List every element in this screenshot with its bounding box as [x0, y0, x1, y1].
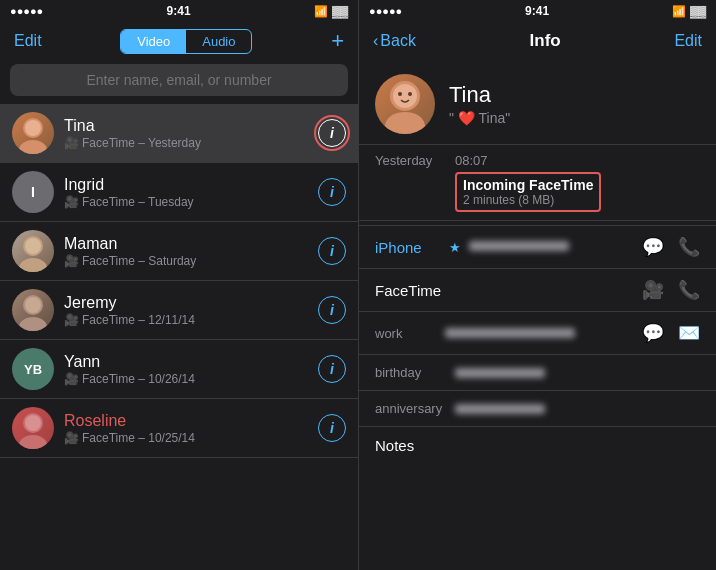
iphone-action-icons: 💬 📞	[642, 236, 700, 258]
work-action-icons: 💬 ✉️	[642, 322, 700, 344]
info-btn-maman[interactable]: i	[318, 237, 346, 265]
iphone-number-blurred	[469, 240, 642, 254]
work-message-icon[interactable]: 💬	[642, 322, 664, 344]
facetime-phone-icon[interactable]: 📞	[678, 279, 700, 301]
facetime-label: FaceTime	[375, 282, 642, 299]
message-icon[interactable]: 💬	[642, 236, 664, 258]
anniversary-row: anniversary	[359, 391, 716, 427]
wifi-icon: 📶	[314, 5, 328, 18]
anniversary-value-blurred	[455, 404, 545, 414]
work-email-blurred	[445, 324, 642, 342]
svg-point-2	[25, 120, 41, 136]
contact-info-maman: Maman 🎥 FaceTime – Saturday	[64, 235, 318, 268]
status-bar-right: ●●●●● 9:41 📶 ▓▓	[359, 0, 716, 22]
right-title: Info	[530, 31, 561, 51]
contact-item-roseline[interactable]: Roseline 🎥 FaceTime – 10/25/14 i	[0, 399, 358, 458]
contact-sub-ingrid: 🎥 FaceTime – Tuesday	[64, 195, 318, 209]
call-detail: 08:07 Incoming FaceTime 2 minutes (8 MB)	[455, 153, 601, 212]
video-icon[interactable]: 🎥	[642, 279, 664, 301]
contact-item-tina[interactable]: Tina 🎥 FaceTime – Yesterday i	[0, 104, 358, 163]
contact-sub-yann: 🎥 FaceTime – 10/26/14	[64, 372, 318, 386]
search-bar[interactable]	[10, 64, 348, 96]
contact-item-maman[interactable]: Maman 🎥 FaceTime – Saturday i	[0, 222, 358, 281]
contact-big-sub: " ❤️ Tina"	[449, 110, 510, 126]
notes-row: Notes	[359, 427, 716, 464]
battery-area: 📶 ▓▓	[314, 5, 348, 18]
avatar-roseline	[12, 407, 54, 449]
signal-area-right: ●●●●●	[369, 5, 402, 17]
right-panel: ●●●●● 9:41 📶 ▓▓ ‹ Back Info Edit	[358, 0, 716, 570]
left-panel: ●●●●● 9:41 📶 ▓▓ Edit Video Audio +	[0, 0, 358, 570]
birthday-row: birthday	[359, 355, 716, 391]
birthday-value-blurred	[455, 368, 545, 378]
svg-point-7	[19, 317, 47, 331]
svg-point-15	[398, 92, 402, 96]
contact-item-ingrid[interactable]: I Ingrid 🎥 FaceTime – Tuesday i	[0, 163, 358, 222]
video-tab[interactable]: Video	[121, 30, 186, 53]
contact-header-info: Tina " ❤️ Tina"	[449, 82, 510, 126]
info-btn-ingrid[interactable]: i	[318, 178, 346, 206]
camera-icon-jeremy: 🎥	[64, 313, 79, 327]
edit-button-left[interactable]: Edit	[14, 32, 42, 50]
avatar-tina	[12, 112, 54, 154]
contact-name-tina: Tina	[64, 117, 318, 135]
notes-label: Notes	[375, 437, 414, 454]
right-header: ‹ Back Info Edit	[359, 22, 716, 64]
date-label: Yesterday	[375, 153, 455, 168]
svg-point-10	[19, 435, 47, 449]
iphone-label: iPhone	[375, 239, 447, 256]
info-btn-roseline[interactable]: i	[318, 414, 346, 442]
info-btn-tina[interactable]: i	[318, 119, 346, 147]
contact-item-jeremy[interactable]: Jeremy 🎥 FaceTime – 12/11/14 i	[0, 281, 358, 340]
camera-icon-roseline: 🎥	[64, 431, 79, 445]
avatar-jeremy	[12, 289, 54, 331]
signal-dots: ●●●●●	[10, 5, 43, 17]
avatar-yann: YB	[12, 348, 54, 390]
edit-button-right[interactable]: Edit	[674, 32, 702, 50]
contact-info-ingrid: Ingrid 🎥 FaceTime – Tuesday	[64, 176, 318, 209]
signal-dots-right: ●●●●●	[369, 5, 402, 17]
left-header: Edit Video Audio +	[0, 22, 358, 64]
svg-point-8	[25, 297, 41, 313]
contact-info-tina: Tina 🎥 FaceTime – Yesterday	[64, 117, 318, 150]
contact-name-ingrid: Ingrid	[64, 176, 318, 194]
svg-point-4	[19, 258, 47, 272]
svg-point-1	[19, 140, 47, 154]
status-bar-left: ●●●●● 9:41 📶 ▓▓	[0, 0, 358, 22]
back-button[interactable]: ‹ Back	[373, 32, 416, 50]
info-btn-jeremy[interactable]: i	[318, 296, 346, 324]
contact-sub-roseline: 🎥 FaceTime – 10/25/14	[64, 431, 318, 445]
time-right: 9:41	[525, 4, 549, 18]
facetime-row: FaceTime 🎥 📞	[359, 269, 716, 312]
phone-icon[interactable]: 📞	[678, 236, 700, 258]
star-icon: ★	[449, 240, 461, 255]
info-btn-yann[interactable]: i	[318, 355, 346, 383]
svg-point-14	[393, 84, 417, 108]
camera-icon-maman: 🎥	[64, 254, 79, 268]
call-history-row: Yesterday 08:07 Incoming FaceTime 2 minu…	[359, 145, 716, 221]
add-button[interactable]: +	[331, 30, 344, 52]
contact-name-maman: Maman	[64, 235, 318, 253]
svg-point-13	[385, 112, 425, 134]
audio-tab[interactable]: Audio	[186, 30, 251, 53]
contact-list: Tina 🎥 FaceTime – Yesterday i I Ingrid 🎥…	[0, 104, 358, 570]
avatar-maman	[12, 230, 54, 272]
contact-name-jeremy: Jeremy	[64, 294, 318, 312]
contact-sub-maman: 🎥 FaceTime – Saturday	[64, 254, 318, 268]
work-mail-icon[interactable]: ✉️	[678, 322, 700, 344]
svg-point-5	[25, 238, 41, 254]
work-row: work 💬 ✉️	[359, 312, 716, 355]
chevron-left-icon: ‹	[373, 32, 378, 50]
svg-point-16	[408, 92, 412, 96]
iphone-label-group: iPhone ★	[375, 239, 461, 256]
search-input[interactable]	[10, 72, 348, 88]
wifi-icon-right: 📶	[672, 5, 686, 18]
contact-name-roseline: Roseline	[64, 412, 318, 430]
contact-header-section: Tina " ❤️ Tina"	[359, 64, 716, 145]
contact-sub-jeremy: 🎥 FaceTime – 12/11/14	[64, 313, 318, 327]
birthday-label: birthday	[375, 365, 455, 380]
contact-item-yann[interactable]: YB Yann 🎥 FaceTime – 10/26/14 i	[0, 340, 358, 399]
contact-name-yann: Yann	[64, 353, 318, 371]
segment-control: Video Audio	[120, 29, 252, 54]
svg-point-11	[25, 415, 41, 431]
